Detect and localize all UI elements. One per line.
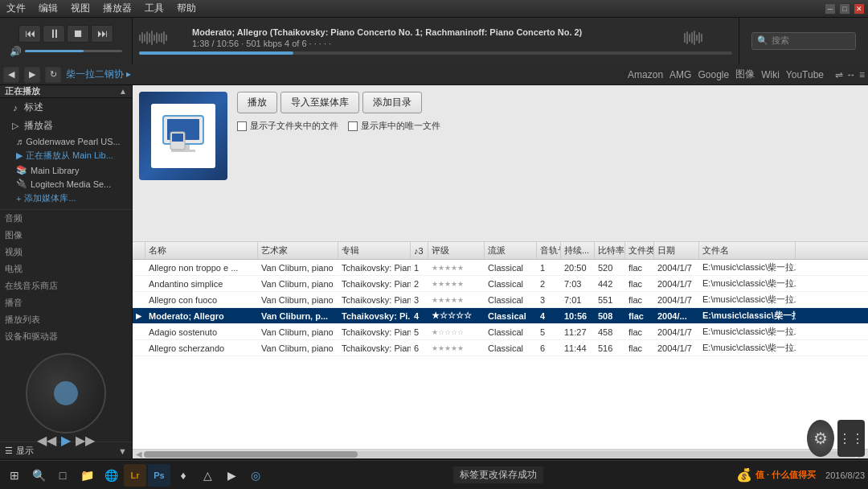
header-filename[interactable]: 文件名: [699, 242, 796, 259]
refresh-button[interactable]: ↻: [45, 67, 61, 83]
browser-button[interactable]: 🌐: [100, 464, 122, 487]
track-row[interactable]: Allegro scherzando Van Cliburn, piano Tc…: [133, 340, 868, 356]
menu-icon[interactable]: ≡: [859, 69, 865, 80]
visualizer-inner: [54, 381, 78, 405]
prev-button[interactable]: ⏮: [18, 25, 41, 43]
show-subfolders-checkbox[interactable]: 显示子文件夹中的文件: [237, 120, 338, 132]
show-unique-checkbox[interactable]: 显示库中的唯一文件: [348, 120, 440, 132]
progress-bar[interactable]: [139, 51, 732, 55]
menu-tools[interactable]: 工具: [141, 0, 167, 17]
track-row[interactable]: Andantino simplice Van Cliburn, piano Tc…: [133, 276, 868, 292]
sidebar-item-nowplaying[interactable]: ▶ 正在播放从 Main Lib...: [0, 148, 132, 163]
menu-file[interactable]: 文件: [3, 0, 29, 17]
photoshop-button[interactable]: Ps: [148, 464, 170, 487]
menu-player[interactable]: 播放器: [100, 0, 135, 17]
sidebar-item-goldenwave[interactable]: ♬ Goldenwave Pearl US...: [0, 135, 132, 148]
back-button[interactable]: ◀: [3, 67, 19, 83]
import-button[interactable]: 导入至媒体库: [280, 92, 359, 113]
link-youtube[interactable]: YouTube: [786, 69, 824, 80]
scrollbar-thumb[interactable]: [144, 451, 358, 458]
explorer-button[interactable]: 📁: [76, 464, 98, 487]
sidebar-section-store[interactable]: 在线音乐商店: [0, 277, 132, 294]
sidebar-item-notation[interactable]: ♪ 标述: [0, 98, 132, 117]
header-bitrate[interactable]: 比特率: [595, 242, 625, 259]
track-row[interactable]: Allegro non troppo e ... Van Cliburn, pi…: [133, 260, 868, 276]
header-num[interactable]: ♪3: [411, 242, 428, 259]
sidebar-arrow[interactable]: ▼: [118, 446, 127, 456]
sidebar-item-logitech[interactable]: 🔌 Logitech Media Se...: [0, 177, 132, 191]
link-wiki[interactable]: Wiki: [761, 69, 780, 80]
add-dir-button[interactable]: 添加目录: [362, 92, 422, 113]
pause-button[interactable]: ⏸: [43, 25, 65, 43]
subfolders-label: 显示子文件夹中的文件: [250, 120, 338, 132]
transport-controls: ⏮ ⏸ ⏹ ⏭ 🔊: [0, 18, 133, 64]
content-top: 播放 导入至媒体库 添加目录 显示子文件夹中的文件 显示库中的唯一文件: [133, 85, 868, 242]
link-amazon[interactable]: Amazon: [628, 69, 663, 80]
viz-next[interactable]: ▶▶: [76, 433, 95, 448]
track-table-header: 名称 艺术家 专辑 ♪3 评级 流派 音轨号 持续... 比特率 文件类型 日期…: [133, 242, 868, 260]
sidebar-section-devices[interactable]: 设备和驱动器: [0, 328, 132, 345]
breadcrumb-text[interactable]: 柴一拉二钢协 ▸: [66, 68, 131, 81]
horizontal-scrollbar[interactable]: ◀ ▶: [133, 449, 868, 458]
sidebar-section-image[interactable]: 图像: [0, 227, 132, 244]
app5-button[interactable]: △: [196, 464, 219, 487]
sidebar-section-audio[interactable]: 音频: [0, 210, 132, 227]
header-duration[interactable]: 持续...: [561, 242, 595, 259]
settings-button[interactable]: ⚙: [807, 420, 834, 457]
track-row[interactable]: Adagio sostenuto Van Cliburn, piano Tcha…: [133, 324, 868, 340]
forward-button[interactable]: ▶: [24, 67, 40, 83]
menu-bar: 文件 编辑 视图 播放器 工具 帮助: [3, 0, 199, 17]
viz-prev[interactable]: ◀◀: [37, 433, 56, 448]
scroll-left-btn[interactable]: ◀: [134, 450, 144, 458]
sync-icon[interactable]: ⇌: [835, 69, 843, 80]
row2-track: 3: [537, 292, 561, 307]
header-rating[interactable]: 评级: [428, 242, 485, 259]
link-google[interactable]: Google: [698, 69, 729, 80]
stop-button[interactable]: ⏹: [67, 25, 89, 43]
search-button[interactable]: 🔍: [27, 464, 50, 487]
header-album[interactable]: 专辑: [338, 242, 411, 259]
menu-view[interactable]: 视图: [68, 0, 93, 17]
scrollbar-track[interactable]: [144, 451, 857, 458]
minimize-button[interactable]: ─: [825, 3, 836, 14]
lightroom-button[interactable]: Lr: [124, 464, 146, 487]
sidebar-toggle[interactable]: ▲: [119, 87, 127, 96]
header-name[interactable]: 名称: [145, 242, 258, 259]
play-button[interactable]: 播放: [237, 92, 277, 113]
row1-filetype: flac: [625, 276, 654, 291]
maximize-button[interactable]: □: [839, 3, 850, 14]
start-button[interactable]: ⊞: [3, 464, 26, 487]
row5-num: 6: [411, 340, 428, 355]
sidebar-section-video[interactable]: 视频: [0, 244, 132, 261]
app4-button[interactable]: ♦: [172, 464, 194, 487]
menu-edit[interactable]: 编辑: [35, 0, 61, 17]
sidebar-item-addlibrary[interactable]: + 添加媒体库...: [0, 191, 132, 206]
menu-help[interactable]: 帮助: [174, 0, 199, 17]
task-view-button[interactable]: □: [51, 464, 74, 487]
header-date[interactable]: 日期: [654, 242, 699, 259]
header-filetype[interactable]: 文件类型: [625, 242, 654, 259]
viz-play[interactable]: ▶: [61, 433, 71, 448]
header-artist[interactable]: 艺术家: [258, 242, 338, 259]
header-play[interactable]: [133, 242, 145, 259]
sidebar-item-mainlibrary[interactable]: 📚 Main Library: [0, 163, 132, 177]
next-button[interactable]: ⏭: [91, 25, 113, 43]
volume-slider[interactable]: [25, 50, 122, 52]
layout-icon[interactable]: ↔: [846, 69, 856, 80]
grid-button[interactable]: ⋮⋮: [837, 420, 865, 457]
sidebar-item-player[interactable]: ▷ 播放器: [0, 117, 132, 135]
sidebar-section-playlist[interactable]: 播放列表: [0, 311, 132, 328]
row5-name: Allegro scherzando: [145, 340, 258, 355]
header-genre[interactable]: 流派: [485, 242, 537, 259]
media-player-button[interactable]: ◎: [244, 464, 267, 487]
app6-button[interactable]: ▶: [220, 464, 243, 487]
sidebar-section-radio[interactable]: 播音: [0, 294, 132, 311]
sidebar-section-tv[interactable]: 电视: [0, 261, 132, 277]
track-row-playing[interactable]: ▶ Moderato; Allegro Van Cliburn, p... Tc…: [133, 308, 868, 324]
search-box[interactable]: 🔍 搜索: [751, 32, 856, 50]
header-track[interactable]: 音轨号: [537, 242, 561, 259]
track-row[interactable]: Allegro con fuoco Van Cliburn, piano Tch…: [133, 292, 868, 308]
link-image[interactable]: 图像: [735, 68, 755, 81]
close-button[interactable]: ✕: [854, 3, 865, 14]
link-amg[interactable]: AMG: [669, 69, 691, 80]
